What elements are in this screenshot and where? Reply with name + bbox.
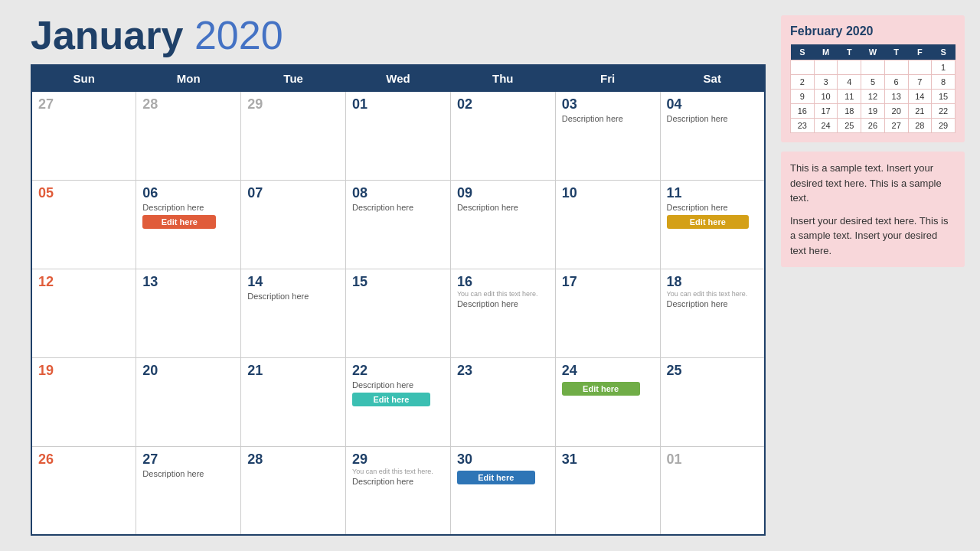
mini-cal-day: 12 (861, 90, 885, 104)
calendar-day-cell: 03Description here (555, 92, 660, 181)
mini-cal-row: 9101112131415 (791, 90, 956, 104)
header-sun: Sun (31, 65, 136, 92)
calendar-day-cell: 06Description hereEdit here (136, 180, 241, 269)
mini-calendar-box: February 2020 S M T W T F S 123456789101… (781, 15, 965, 142)
mini-cal-day (908, 60, 932, 75)
mini-cal-day: 26 (861, 119, 885, 133)
edit-button[interactable]: Edit here (667, 215, 749, 229)
edit-button[interactable]: Edit here (457, 471, 535, 484)
calendar-day-cell: 29 (241, 92, 346, 181)
calendar-day-cell: 24Edit here (555, 357, 660, 446)
day-number: 04 (667, 96, 758, 112)
calendar-day-cell: 01 (660, 446, 765, 535)
edit-button[interactable]: Edit here (142, 215, 216, 229)
day-description: Description here (667, 203, 758, 212)
day-number: 18 (667, 274, 758, 290)
day-number: 10 (562, 185, 654, 201)
day-description: Description here (562, 114, 654, 123)
edit-button[interactable]: Edit here (562, 382, 640, 396)
day-description: Description here (247, 292, 339, 301)
calendar-day-cell: 14Description here (241, 269, 346, 357)
day-number: 27 (142, 452, 234, 468)
mini-cal-day: 8 (932, 75, 956, 90)
calendar-day-cell: 22Description hereEdit here (346, 357, 451, 446)
calendar-day-cell: 18You can edit this text here.Descriptio… (660, 269, 765, 357)
header-tue: Tue (241, 65, 346, 92)
day-number: 03 (562, 96, 654, 112)
mini-cal-title: February 2020 (790, 24, 956, 38)
mini-cal-day: 7 (908, 75, 932, 90)
mini-cal-day: 15 (932, 90, 956, 104)
mini-cal-day: 14 (908, 90, 932, 104)
day-note: You can edit this text here. (667, 290, 758, 298)
mini-cal-day: 20 (884, 104, 908, 119)
header-sat: Sat (660, 65, 765, 92)
day-note: You can edit this text here. (457, 290, 549, 298)
calendar-week-row: 19202122Description hereEdit here2324Edi… (31, 357, 765, 446)
year-label: 2020 (183, 13, 283, 57)
day-description: Description here (352, 203, 444, 212)
header-thu: Thu (450, 65, 555, 92)
day-number: 17 (562, 274, 654, 290)
calendar-day-cell: 28 (136, 92, 241, 181)
calendar-table: Sun Mon Tue Wed Thu Fri Sat 272829010203… (31, 64, 766, 536)
calendar-day-cell: 25 (660, 357, 765, 446)
day-number: 20 (142, 363, 234, 379)
mini-cal-day (814, 60, 838, 75)
calendar-day-cell: 17 (555, 269, 660, 357)
day-note: You can edit this text here. (352, 468, 444, 475)
day-number: 24 (562, 363, 654, 379)
calendar-day-cell: 02 (450, 92, 555, 181)
day-number: 06 (142, 185, 234, 201)
mini-cal-day (861, 60, 885, 75)
mini-cal-day: 28 (908, 119, 932, 133)
calendar-day-cell: 01 (346, 92, 451, 181)
calendar-header-row: Sun Mon Tue Wed Thu Fri Sat (31, 65, 765, 92)
calendar-day-cell: 04Description here (660, 92, 765, 181)
edit-button[interactable]: Edit here (352, 393, 430, 406)
mini-cal-day: 23 (791, 119, 815, 133)
mini-cal-day: 11 (838, 90, 861, 104)
day-number: 08 (352, 185, 444, 201)
mini-cal-day (791, 60, 815, 75)
calendar-week-row: 0506Description hereEdit here0708Descrip… (31, 180, 765, 269)
day-number: 09 (457, 185, 549, 201)
day-number: 14 (247, 274, 339, 290)
day-number: 01 (352, 96, 444, 112)
mini-h-f: F (908, 44, 932, 60)
calendar-day-cell: 10 (555, 180, 660, 269)
header-fri: Fri (555, 65, 660, 92)
sidebar-text-box: This is a sample text. Insert your desir… (781, 152, 965, 267)
day-number: 27 (38, 96, 129, 112)
mini-cal-day: 2 (791, 75, 815, 90)
day-number: 19 (38, 363, 129, 379)
mini-cal-row: 23242526272829 (791, 119, 956, 133)
mini-cal-day: 3 (814, 75, 838, 90)
mini-cal-row: 16171819202122 (791, 104, 956, 119)
calendar-day-cell: 12 (31, 269, 136, 357)
day-number: 05 (38, 185, 129, 201)
mini-cal-row: 2345678 (791, 75, 956, 90)
day-description: Description here (352, 477, 444, 486)
mini-cal-day: 1 (932, 60, 956, 75)
calendar-day-cell: 31 (555, 446, 660, 535)
day-number: 31 (562, 452, 654, 468)
day-description: Description here (667, 114, 758, 123)
mini-h-w: W (861, 44, 885, 60)
day-number: 22 (352, 363, 444, 379)
day-number: 13 (142, 274, 234, 290)
day-description: Description here (142, 469, 234, 478)
mini-cal-day: 16 (791, 104, 815, 119)
mini-h-t1: T (838, 44, 861, 60)
main-title: January 2020 (31, 15, 766, 55)
day-number: 07 (247, 185, 339, 201)
calendar-day-cell: 26 (31, 446, 136, 535)
calendar-day-cell: 29You can edit this text here.Descriptio… (346, 446, 451, 535)
day-number: 26 (38, 452, 129, 468)
mini-header-row: S M T W T F S (791, 44, 956, 60)
day-number: 28 (142, 96, 234, 112)
calendar-day-cell: 23 (450, 357, 555, 446)
mini-cal-day: 4 (838, 75, 861, 90)
sidebar-text-1: This is a sample text. Insert your desir… (790, 161, 956, 206)
day-number: 29 (352, 452, 444, 468)
